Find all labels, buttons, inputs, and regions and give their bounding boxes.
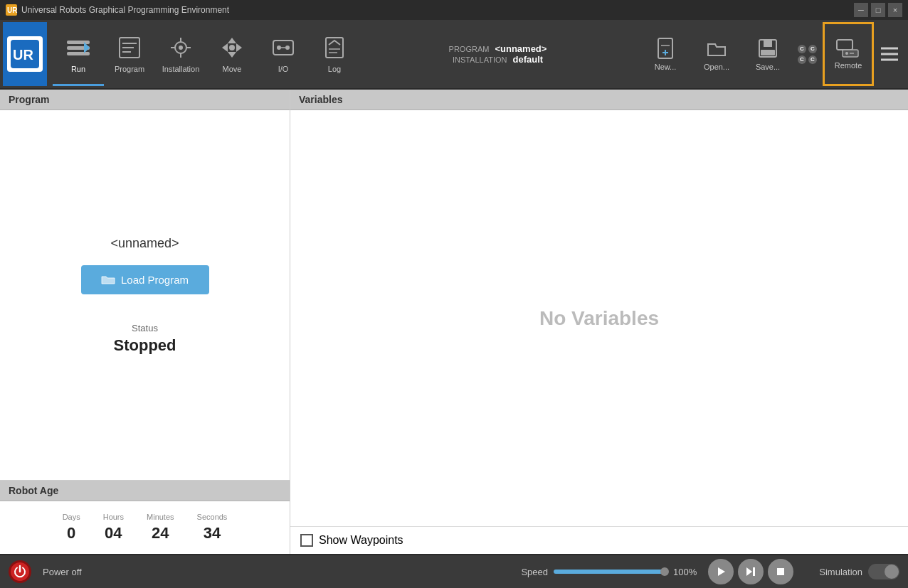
no-variables-text: No Variables xyxy=(539,307,659,330)
svg-text:UR: UR xyxy=(7,6,18,14)
svg-point-24 xyxy=(285,46,290,50)
status-value: Stopped xyxy=(114,336,176,355)
stop-button[interactable] xyxy=(768,559,793,584)
remote-label: Remote xyxy=(835,61,862,70)
svg-marker-44 xyxy=(746,567,752,576)
nav-program[interactable]: Program xyxy=(104,22,155,86)
speed-slider[interactable] xyxy=(554,570,667,574)
load-program-button[interactable]: Load Program xyxy=(81,265,209,294)
main-content: Program <unnamed> Load Program Status St… xyxy=(0,90,908,554)
bottom-bar: Power off Speed 100% Simulation xyxy=(0,554,908,588)
nav-log[interactable]: Log xyxy=(309,22,360,86)
run-icon xyxy=(64,33,93,62)
program-label: Program xyxy=(115,65,144,73)
program-panel-body: <unnamed> Load Program Status Stopped xyxy=(0,110,290,480)
step-icon xyxy=(746,567,756,577)
minimize-button[interactable]: ─ xyxy=(854,3,868,17)
svg-marker-18 xyxy=(228,52,236,58)
new-label: New... xyxy=(655,63,677,71)
cc-dot-2: C xyxy=(808,45,817,53)
toggle-knob xyxy=(885,565,899,579)
stop-icon xyxy=(776,567,786,577)
app-logo: UR xyxy=(6,4,17,16)
program-name-value: <unnamed> xyxy=(495,43,547,54)
svg-marker-43 xyxy=(718,567,725,576)
load-program-label: Load Program xyxy=(121,274,189,286)
ur-logo: UR xyxy=(7,36,43,72)
file-buttons: New... Open... Save... xyxy=(635,26,798,82)
svg-rect-46 xyxy=(777,568,784,575)
svg-rect-36 xyxy=(837,40,852,50)
speed-value: 100% xyxy=(673,567,697,577)
simulation-label: Simulation xyxy=(819,567,862,577)
simulation-toggle[interactable] xyxy=(868,564,899,579)
status-label: Status xyxy=(132,323,158,333)
hours-label: Hours xyxy=(103,513,124,521)
log-label: Log xyxy=(328,65,341,73)
power-off-label: Power off xyxy=(43,567,82,577)
minutes-value: 24 xyxy=(152,524,169,542)
close-button[interactable]: × xyxy=(888,3,902,17)
open-button[interactable]: Open... xyxy=(694,26,739,82)
svg-marker-19 xyxy=(222,43,228,52)
simulation-section: Simulation xyxy=(819,564,899,579)
play-button[interactable] xyxy=(708,559,734,584)
power-button[interactable] xyxy=(9,560,31,583)
new-button[interactable]: New... xyxy=(643,26,688,82)
nav-installation[interactable]: Installation xyxy=(155,22,206,86)
svg-point-23 xyxy=(277,46,281,50)
nav-move[interactable]: Move xyxy=(206,22,258,86)
run-label: Run xyxy=(71,65,85,73)
current-program-name: <unnamed> xyxy=(110,236,179,251)
age-hours: Hours 04 xyxy=(103,513,124,542)
age-minutes: Minutes 24 xyxy=(147,513,174,542)
new-icon xyxy=(654,37,677,60)
age-days: Days 0 xyxy=(63,513,80,542)
hours-value: 04 xyxy=(105,524,122,542)
power-icon xyxy=(14,565,26,578)
svg-marker-17 xyxy=(228,38,236,43)
io-icon xyxy=(269,33,297,62)
cc-indicators: C C C C xyxy=(798,45,817,64)
toolbar-logo: UR xyxy=(3,22,47,86)
save-label: Save... xyxy=(756,63,780,71)
robot-age-panel: Robot Age Days 0 Hours 04 Minutes 24 Sec… xyxy=(0,480,290,554)
installation-label: Installation xyxy=(162,65,200,73)
cc-dot-3: C xyxy=(798,55,806,64)
svg-point-12 xyxy=(179,46,183,50)
save-button[interactable]: Save... xyxy=(745,26,791,82)
svg-rect-5 xyxy=(67,52,90,55)
move-label: Move xyxy=(223,65,242,73)
left-panel: Program <unnamed> Load Program Status St… xyxy=(0,90,290,554)
variables-body: No Variables xyxy=(290,110,908,526)
robot-age-body: Days 0 Hours 04 Minutes 24 Seconds 34 xyxy=(0,501,290,554)
cc-dot-4: C xyxy=(808,55,817,64)
hamburger-button[interactable] xyxy=(874,22,905,86)
nav-io[interactable]: I/O xyxy=(258,22,309,86)
program-info: PROGRAM <unnamed> INSTALLATION default xyxy=(360,43,635,65)
hamburger-icon xyxy=(880,46,899,63)
maximize-button[interactable]: □ xyxy=(871,3,885,17)
svg-rect-34 xyxy=(764,40,772,47)
io-label: I/O xyxy=(278,65,289,73)
nav-run[interactable]: Run xyxy=(53,22,104,86)
log-icon xyxy=(320,33,349,62)
show-waypoints-label: Show Waypoints xyxy=(319,534,403,547)
remote-button[interactable]: Remote xyxy=(823,22,874,86)
seconds-label: Seconds xyxy=(197,513,228,521)
program-icon xyxy=(115,33,144,62)
open-icon xyxy=(705,37,728,60)
folder-icon xyxy=(101,274,115,285)
right-panel: Variables No Variables Show Waypoints xyxy=(290,90,908,554)
playback-buttons xyxy=(708,559,793,584)
variables-panel-header: Variables xyxy=(290,90,908,110)
program-panel-header: Program xyxy=(0,90,290,110)
show-waypoints-checkbox[interactable] xyxy=(300,534,313,547)
robot-age-header: Robot Age xyxy=(0,481,290,501)
seconds-value: 34 xyxy=(204,524,221,542)
status-section: Status Stopped xyxy=(114,323,176,355)
step-button[interactable] xyxy=(738,559,764,584)
program-label-text: PROGRAM xyxy=(449,45,490,53)
title-bar: UR Universal Robots Graphical Programmin… xyxy=(0,0,908,20)
move-icon xyxy=(218,33,246,62)
